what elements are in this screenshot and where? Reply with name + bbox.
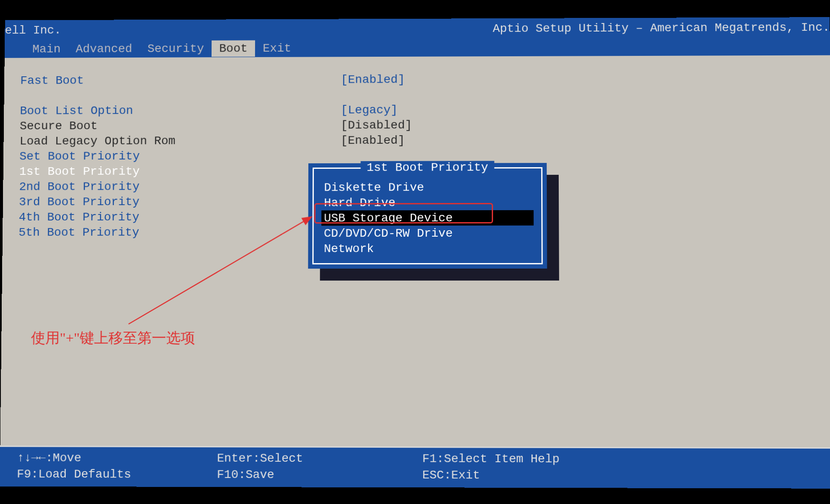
tab-main[interactable]: Main [25, 41, 68, 58]
footer-hint-exit: ESC:Exit [422, 468, 818, 483]
tab-security[interactable]: Security [140, 40, 212, 57]
setting-label: Fast Boot [20, 73, 341, 87]
setting-label: Secure Boot [20, 119, 341, 132]
footer-hint-select: Enter:Select [217, 452, 422, 465]
footer-hint-help: F1:Select Item Help [422, 452, 817, 466]
setting-label: 1st Boot Priority [19, 164, 341, 178]
tab-advanced[interactable]: Advanced [68, 41, 140, 57]
setting-label: Set Boot Priority [19, 149, 340, 163]
setting-label: 2nd Boot Priority [19, 180, 341, 193]
tab-exit[interactable]: Exit [255, 40, 299, 57]
setting-label: Load Legacy Option Rom [20, 134, 341, 148]
header-bar: ell Inc. Aptio Setup Utility – American … [5, 17, 830, 40]
popup-inner: 1st Boot Priority Diskette Drive Hard Dr… [312, 167, 543, 264]
setting-value: [Enabled] [341, 73, 405, 86]
footer-bar: ↑↓→←:Move Enter:Select F1:Select Item He… [0, 446, 830, 489]
bios-screen: ell Inc. Aptio Setup Utility – American … [0, 17, 830, 489]
footer-hint-move: ↑↓→←:Move [17, 451, 217, 465]
setting-label: 4th Boot Priority [19, 210, 340, 224]
popup-item-hard-drive[interactable]: Hard Drive [322, 195, 534, 211]
setting-label: Boot List Option [20, 104, 341, 118]
boot-priority-popup: 1st Boot Priority Diskette Drive Hard Dr… [308, 163, 547, 269]
setting-fast-boot[interactable]: Fast Boot [Enabled] [20, 70, 814, 88]
footer-hint-defaults: F9:Load Defaults [17, 467, 217, 481]
setting-label: 5th Boot Priority [19, 226, 341, 239]
setting-value: [Legacy] [341, 103, 398, 116]
tab-boot[interactable]: Boot [212, 40, 255, 57]
popup-item-usb-storage-device[interactable]: USB Storage Device [321, 210, 534, 226]
popup-title: 1st Boot Priority [361, 161, 494, 174]
annotation-text: 使用"+"键上移至第一选项 [31, 328, 195, 348]
popup-item-diskette-drive[interactable]: Diskette Drive [322, 180, 534, 195]
footer-hint-save: F10:Save [217, 468, 422, 481]
utility-title: Aptio Setup Utility – American Megatrend… [493, 21, 830, 35]
tab-bar: Main Advanced Security Boot Exit [5, 38, 830, 58]
main-area: Fast Boot [Enabled] Boot List Option [Le… [0, 55, 830, 432]
setting-value: [Disabled] [341, 119, 412, 132]
company-label: ell Inc. [5, 23, 61, 37]
popup-item-network[interactable]: Network [321, 241, 534, 256]
setting-secure-boot[interactable]: Secure Boot [Disabled] [20, 116, 815, 133]
spacer [20, 86, 814, 103]
setting-value: [Enabled] [341, 134, 405, 147]
popup-item-cd-dvd-drive[interactable]: CD/DVD/CD-RW Drive [321, 226, 534, 241]
footer-row-1: ↑↓→←:Move Enter:Select F1:Select Item He… [17, 449, 818, 468]
setting-load-legacy-option-rom[interactable]: Load Legacy Option Rom [Enabled] [20, 132, 815, 149]
setting-boot-list-option[interactable]: Boot List Option [Legacy] [20, 101, 815, 118]
setting-label: 3rd Boot Priority [19, 195, 340, 209]
footer-row-2: F9:Load Defaults F10:Save ESC:Exit [17, 466, 818, 484]
